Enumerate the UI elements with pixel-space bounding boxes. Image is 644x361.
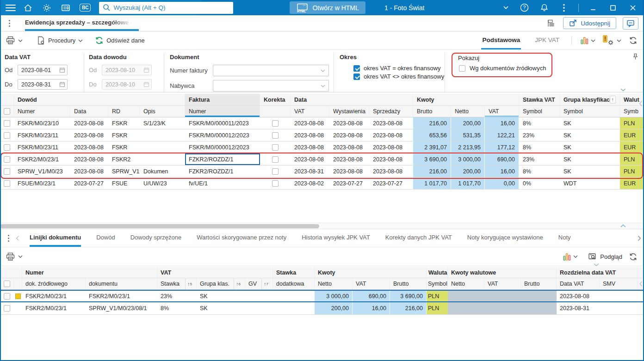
detail-row[interactable]: FSKR2/M0/23/1 SPRW_V1/M0/23/08/1 8% SK 2… [0,302,644,315]
table-row[interactable]: FSKR/M0/23/11 2023-08-08 FSKR FSKR/M0/00… [0,129,644,141]
col-waluta-symbol[interactable]: Symb [620,106,644,117]
detail-chart-button[interactable] [563,252,578,261]
procedures-button[interactable]: Procedury [37,31,83,49]
global-search[interactable] [99,2,233,14]
col-opis[interactable]: Opis [140,106,185,117]
chart-view-button[interactable] [580,31,595,49]
korekta-checkbox[interactable] [272,168,279,175]
preview-button[interactable]: Podgląd [588,253,622,261]
table-row-selected[interactable]: FSKR2/M0/23/1 2023-08-08 FSKR2 FZKR2/ROZ… [0,153,644,165]
group-stawka-vat[interactable]: Stawka VAT [519,94,560,105]
okres-not-equal-option[interactable]: okres VAT <> okres finansowy [353,73,440,80]
detail-print-button[interactable] [6,252,23,261]
col-w-vat[interactable]: VAT [484,278,521,289]
group-kwoty[interactable]: Kwoty [413,94,519,105]
col-faktura-numer[interactable]: Numer [185,106,260,117]
col-netto[interactable]: Netto [315,278,353,289]
select-all-checkbox[interactable] [4,108,10,115]
group-faktura[interactable]: Faktura [185,94,260,105]
col-w-netto[interactable]: Netto [448,278,484,289]
news-icon[interactable] [60,2,71,13]
row-checkbox[interactable] [4,120,10,127]
scroll-left-icon[interactable] [639,100,643,107]
group-kwoty-walutowe[interactable]: Kwoty walutowe [448,267,557,278]
table-row[interactable]: FSKR/M0/23/11 2023-08-08 FSKR FSKR/M0/00… [0,141,644,153]
close-icon[interactable] [627,2,638,13]
tab-jpk-vat[interactable]: JPK VAT [534,31,560,49]
detail-row-selected[interactable]: FSKR2/M0/23/1 FSKR2/M0/23/1 23% SK 3 000… [0,290,644,302]
col-rd[interactable]: RD [108,106,140,117]
wg-dokumentow-checkbox[interactable] [459,65,465,72]
col-smv[interactable]: SMV [600,278,638,289]
group-waluta[interactable]: Waluta [427,267,448,278]
col-symbol[interactable]: Symbol [427,278,448,289]
row-checkbox[interactable] [4,132,10,139]
company-selector[interactable]: 1 - Foto Świat [384,4,508,12]
select-all-checkbox[interactable] [4,281,10,287]
tab-options-icon[interactable] [8,15,10,31]
col-dokumentu[interactable]: dokumentu [86,278,157,289]
home-icon[interactable] [22,2,33,13]
tab-podstawowa[interactable]: Podstawowa [481,31,521,49]
dock-panel-icon[interactable] [545,18,557,29]
tab-korekty-danych[interactable]: Korekty danych JPK VAT [385,229,452,247]
row-checkbox[interactable] [4,293,10,300]
col-dodatkowa[interactable]: dodatkowa [273,278,315,289]
data-vat-od-field[interactable] [18,65,68,75]
col-numer[interactable]: Numer [14,106,70,117]
col-w-brutto[interactable]: Brutto [521,278,557,289]
col-dok-zrodlowego[interactable]: dok. źródłowego [22,278,86,289]
table-row[interactable]: FSKR/M0/23/10 2023-08-08 FSKR S/1/23/K F… [0,117,644,129]
col-grupa-symbol[interactable]: Symbol [560,106,620,117]
okres-equal-checkbox[interactable] [353,65,360,72]
okres-not-equal-checkbox[interactable] [353,73,360,80]
tabs-scroll-left-icon[interactable] [16,229,19,247]
bc-module-icon[interactable]: BC [80,4,91,12]
group-numer[interactable]: Numer [22,267,157,278]
settings-alert-button[interactable]: ! [603,31,621,49]
row-checkbox[interactable] [4,144,10,151]
korekta-checkbox[interactable] [272,132,279,139]
tab-linijki-dokumentu[interactable]: Linijki dokumentu [30,229,81,247]
maximize-icon[interactable] [607,2,619,13]
table-row[interactable]: FSUE/M0/23/1 2023-07-27 FSUE U/UW/23 fv/… [0,177,644,190]
wg-dokumentow-option[interactable]: Wg dokumentów źródłowych [459,65,546,72]
korekta-checkbox[interactable] [272,180,279,187]
korekta-checkbox[interactable] [272,144,279,151]
calendar-icon[interactable] [59,67,65,73]
chat-button[interactable] [623,17,638,30]
numer-faktury-combobox[interactable] [213,65,329,76]
korekta-checkbox[interactable] [272,156,279,163]
collapse-filters-icon[interactable] [620,88,626,92]
minimize-icon[interactable] [588,2,599,13]
search-input[interactable] [113,4,229,11]
group-rozdzielna-data-vat[interactable]: Rozdzielna data VAT [557,267,638,278]
tab-historia-wysylek[interactable]: Historia wysyłek JPK VAT [302,229,370,247]
col-vat[interactable]: VAT [485,106,519,117]
col-data-vat[interactable]: Data VAT [557,278,600,289]
more-options-icon[interactable] [558,2,570,13]
col-brutto[interactable]: Brutto [413,106,451,117]
horizontal-scrollbar[interactable] [0,223,644,229]
col-netto[interactable]: Netto [451,106,485,117]
nabywca-combobox[interactable] [213,80,329,92]
group-korekta[interactable]: Korekta [260,94,291,105]
row-checkbox[interactable] [4,168,10,175]
group-data[interactable]: Data [291,94,413,105]
open-in-html-button[interactable]: HTML Otwórz w HTML [290,1,365,14]
row-checkbox[interactable] [4,156,10,163]
calendar-icon[interactable] [59,81,65,87]
group-dowod[interactable]: Dowód [14,94,185,105]
okres-equal-option[interactable]: okres VAT = okres finansowy [353,65,440,72]
group-kwoty[interactable]: Kwoty [315,267,427,278]
col-stawka[interactable]: Stawka↑5 [157,278,197,289]
detail-refresh-button[interactable] [629,252,638,261]
group-vat[interactable]: VAT [157,267,273,278]
share-button[interactable]: Udostępnij [563,17,616,29]
refresh-view-button[interactable] [629,31,638,49]
notifications-bell-icon[interactable] [539,2,550,13]
tab-ewidencja-sprzedazy[interactable]: Ewidencja sprzedaży – szczegółowe da [25,15,139,31]
col-vat[interactable]: VAT [353,278,390,289]
pin-icon[interactable] [632,53,638,60]
data-vat-do-field[interactable] [18,79,68,90]
